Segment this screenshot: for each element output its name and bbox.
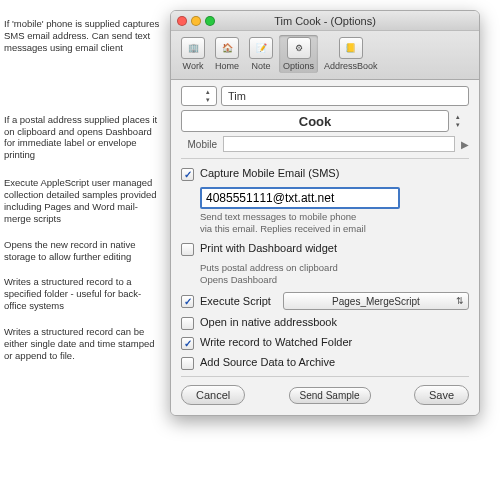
window-title: Tim Cook - (Options) bbox=[171, 15, 479, 27]
capture-sms-label: Capture Mobile Email (SMS) bbox=[200, 167, 339, 179]
separator bbox=[181, 158, 469, 159]
toolbar-work[interactable]: 🏢 Work bbox=[177, 35, 209, 73]
dashboard-checkbox[interactable] bbox=[181, 243, 194, 256]
annotation-watched: Writes a structured record to a specifie… bbox=[4, 276, 162, 312]
archive-label: Add Source Data to Archive bbox=[200, 356, 335, 368]
options-icon: ⚙ bbox=[287, 37, 311, 59]
cancel-button[interactable]: Cancel bbox=[181, 385, 245, 405]
note-icon: 📝 bbox=[249, 37, 273, 59]
options-window: Tim Cook - (Options) 🏢 Work 🏠 Home 📝 Not… bbox=[170, 10, 480, 416]
dashboard-label: Print with Dashboard widget bbox=[200, 242, 337, 254]
script-label: Execute Script bbox=[200, 295, 271, 307]
last-name-field[interactable]: Cook bbox=[181, 110, 449, 132]
sms-help-2: via this email. Replies received in emai… bbox=[200, 223, 469, 235]
mobile-label: Mobile bbox=[181, 139, 217, 150]
script-checkbox[interactable] bbox=[181, 295, 194, 308]
annotation-sms: If 'mobile' phone is supplied captures S… bbox=[4, 18, 162, 54]
work-icon: 🏢 bbox=[181, 37, 205, 59]
mobile-field[interactable] bbox=[223, 136, 455, 152]
script-select[interactable]: Pages_MergeScript bbox=[283, 292, 469, 310]
dashboard-help-2: Opens Dashboard bbox=[200, 274, 469, 286]
sms-email-field[interactable]: 4085551111@txt.att.net bbox=[200, 187, 400, 209]
title-select[interactable]: ▴▾ bbox=[181, 86, 217, 106]
sms-help-1: Send text messages to mobile phone bbox=[200, 211, 469, 223]
toolbar-options[interactable]: ⚙ Options bbox=[279, 35, 318, 73]
archive-checkbox[interactable] bbox=[181, 357, 194, 370]
toolbar-home[interactable]: 🏠 Home bbox=[211, 35, 243, 73]
annotation-archive: Writes a structured record can be either… bbox=[4, 326, 162, 362]
watched-checkbox[interactable] bbox=[181, 337, 194, 350]
capture-sms-checkbox[interactable] bbox=[181, 168, 194, 181]
open-native-label: Open in native addressbook bbox=[200, 316, 337, 328]
addressbook-icon: 📒 bbox=[339, 37, 363, 59]
disclosure-icon[interactable]: ▶ bbox=[461, 139, 469, 150]
toolbar: 🏢 Work 🏠 Home 📝 Note ⚙ Options 📒 Address… bbox=[171, 31, 479, 80]
toolbar-addressbook[interactable]: 📒 AddressBook bbox=[320, 35, 382, 73]
annotation-native: Opens the new record in native storage t… bbox=[4, 239, 162, 263]
home-icon: 🏠 bbox=[215, 37, 239, 59]
annotation-script: Execute AppleScript user managed collect… bbox=[4, 177, 162, 225]
first-name-field[interactable]: Tim bbox=[221, 86, 469, 106]
last-name-stepper[interactable]: ▴▾ bbox=[453, 110, 469, 132]
toolbar-note[interactable]: 📝 Note bbox=[245, 35, 277, 73]
annotation-column: If 'mobile' phone is supplied captures S… bbox=[4, 18, 162, 376]
save-button[interactable]: Save bbox=[414, 385, 469, 405]
options-pane: ▴▾ Tim Cook ▴▾ Mobile ▶ Capture Mobile E… bbox=[171, 80, 479, 415]
annotation-dashboard: If a postal address supplied places it o… bbox=[4, 114, 162, 162]
watched-label: Write record to Watched Folder bbox=[200, 336, 352, 348]
dashboard-help-1: Puts postal address on clipboard bbox=[200, 262, 469, 274]
open-native-checkbox[interactable] bbox=[181, 317, 194, 330]
send-sample-button[interactable]: Send Sample bbox=[289, 387, 371, 404]
titlebar: Tim Cook - (Options) bbox=[171, 11, 479, 31]
